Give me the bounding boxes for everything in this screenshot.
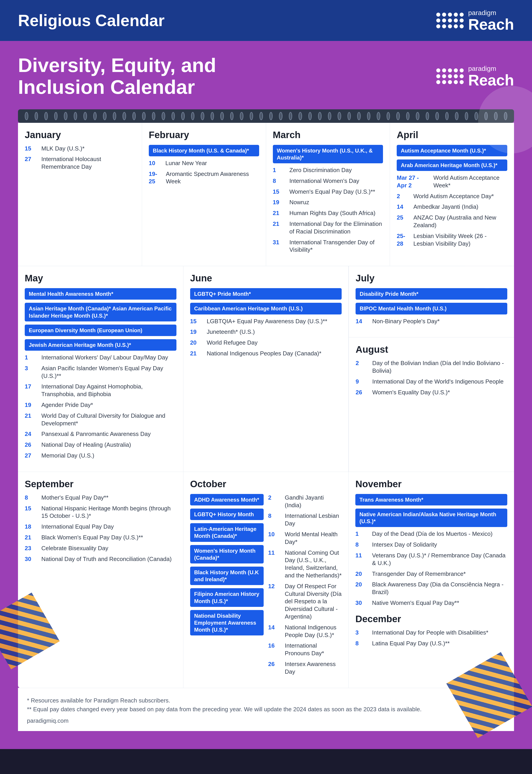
feb-event-2-text: Aromantic Spectrum Awareness Week bbox=[166, 170, 259, 185]
spiral-dot bbox=[357, 112, 361, 120]
mar-event-5-date: 21 bbox=[273, 210, 286, 217]
august-title: August bbox=[356, 344, 507, 355]
february-title: February bbox=[149, 129, 259, 140]
mar-event-4-date: 19 bbox=[273, 199, 286, 206]
dec-event-2: 8 Latina Equal Pay Day (U.S.)** bbox=[355, 640, 507, 647]
feb-event-1-text: Lunar New Year bbox=[165, 159, 207, 167]
jun-event-2-text: Juneteenth* (U.S.) bbox=[207, 328, 255, 336]
jun-event-3-date: 20 bbox=[190, 339, 204, 347]
feb-event-1: 10 Lunar New Year bbox=[149, 159, 259, 167]
dei-logo-reach: Reach bbox=[468, 72, 514, 88]
may-event-7-text: National Day of Healing (Australia) bbox=[41, 441, 131, 449]
nov-event-4-date: 20 bbox=[355, 570, 369, 578]
may-event-7-date: 26 bbox=[25, 441, 38, 449]
oct-event-3-date: 10 bbox=[268, 530, 282, 546]
spiral-bar bbox=[18, 109, 514, 123]
december-section: December 3 International Day for People … bbox=[355, 614, 507, 647]
oct-badge-1: ADHD Awareness Month* bbox=[190, 494, 264, 505]
month-june: June LGBTQ+ Pride Month* Caribbean Ameri… bbox=[183, 266, 349, 472]
jun-event-4-date: 21 bbox=[190, 350, 204, 357]
oct-content: ADHD Awareness Month* LGBTQ+ History Mon… bbox=[190, 494, 342, 679]
logo-dot bbox=[442, 24, 446, 28]
dei-logo-dots bbox=[436, 68, 464, 84]
nov-event-3-date: 11 bbox=[355, 552, 369, 567]
nov-event-6: 30 Native Women's Equal Pay Day** bbox=[355, 599, 507, 607]
oct-event-2-text: International Lesbian Day bbox=[285, 512, 342, 527]
spiral-dot bbox=[308, 112, 312, 120]
sep-event-3: 18 International Equal Pay Day bbox=[25, 523, 176, 530]
logo-dot bbox=[460, 18, 464, 22]
may-badge-4: Jewish American Heritage Month (U.S.)* bbox=[25, 339, 176, 351]
spiral-dot bbox=[474, 112, 478, 120]
feb-event-2: 19-25 Aromantic Spectrum Awareness Week bbox=[149, 170, 259, 185]
jul-event-1-date: 14 bbox=[356, 318, 369, 325]
oct-event-6-text: National Indigenous People Day (U.S.)* bbox=[285, 624, 342, 639]
header-title: Religious Calendar bbox=[18, 11, 165, 30]
logo-dot bbox=[454, 18, 458, 22]
sep-event-6: 30 National Day of Truth and Reconciliat… bbox=[25, 555, 176, 563]
may-event-8-text: Memorial Day (U.S.) bbox=[41, 452, 94, 459]
jan-event-1-date: 15 bbox=[25, 145, 38, 152]
oct-badge-5: Black History Month (U.K and Ireland)* bbox=[190, 566, 264, 585]
aug-event-2-date: 9 bbox=[356, 378, 369, 386]
december-title: December bbox=[355, 614, 507, 625]
mar-event-6-text: International Day for the Elimination of… bbox=[289, 220, 383, 236]
september-title: September bbox=[25, 479, 176, 489]
mar-event-3-text: Women's Equal Pay Day (U.S.)** bbox=[289, 188, 375, 196]
aug-event-1-text: Day of the Bolivian Indian (Día del Indi… bbox=[372, 359, 507, 375]
mar-event-3-date: 15 bbox=[273, 188, 286, 196]
may-event-6: 24 Pansexual & Panromantic Awareness Day bbox=[25, 430, 176, 438]
nov-event-6-text: Native Women's Equal Pay Day** bbox=[372, 599, 459, 607]
spiral-dot bbox=[44, 112, 48, 120]
oct-event-4-date: 11 bbox=[268, 549, 282, 579]
logo-dot bbox=[454, 24, 458, 28]
oct-badge-4: Women's History Month (Canada)* bbox=[190, 545, 264, 563]
logo-dot bbox=[442, 74, 446, 78]
may-event-5-date: 21 bbox=[25, 412, 38, 427]
mar-event-7: 31 International Transgender Day of Visi… bbox=[273, 239, 383, 254]
oct-badge-3: Latin-American Heritage Month (Canada)* bbox=[190, 523, 264, 542]
spiral-dot bbox=[387, 112, 390, 120]
mar-event-6-date: 21 bbox=[273, 220, 286, 236]
sep-event-2-date: 15 bbox=[25, 505, 38, 520]
jan-event-2-text: International Holocaust Remembrance Day bbox=[41, 155, 135, 171]
jun-event-4-text: National Indigenous Peoples Day (Canada)… bbox=[207, 350, 321, 357]
may-event-4-date: 19 bbox=[25, 401, 38, 409]
month-february: February Black History Month (U.S. & Can… bbox=[142, 123, 266, 266]
calendar-row-3: September 8 Mother's Equal Pay Day** 15 … bbox=[18, 472, 514, 688]
logo-paradigm: paradigm bbox=[468, 9, 514, 17]
sep-event-1-text: Mother's Equal Pay Day** bbox=[41, 494, 108, 502]
jan-event-1: 15 MLK Day (U.S.)* bbox=[25, 145, 135, 152]
sep-event-5: 23 Celebrate Bisexuality Day bbox=[25, 544, 176, 552]
logo-dot bbox=[436, 24, 440, 28]
may-event-6-date: 24 bbox=[25, 430, 38, 438]
oct-badge-6: Filipino American History Month (U.S.)* bbox=[190, 588, 264, 607]
dei-logo: paradigm Reach bbox=[436, 65, 514, 88]
calendar-row-2: May Mental Health Awareness Month* Asian… bbox=[18, 266, 514, 472]
jun-event-4: 21 National Indigenous Peoples Day (Cana… bbox=[190, 350, 342, 357]
logo-dot bbox=[460, 13, 464, 17]
mar-event-5-text: Human Rights Day (South Africa) bbox=[289, 210, 376, 217]
footer-note-1: * Resources available for Paradigm Reach… bbox=[27, 697, 505, 704]
page-header: Religious Calendar paradigm Reach bbox=[0, 0, 532, 41]
logo-dot bbox=[454, 74, 458, 78]
calendar-row-1: January 15 MLK Day (U.S.)* 27 Internatio… bbox=[18, 123, 514, 266]
spiral-dot bbox=[35, 112, 38, 120]
spiral-dot bbox=[396, 112, 400, 120]
spiral-dot bbox=[289, 112, 292, 120]
jun-event-1: 15 LGBTQIA+ Equal Pay Awareness Day (U.S… bbox=[190, 318, 342, 325]
may-badge-2: Asian Heritage Month (Canada)* Asian Ame… bbox=[25, 303, 176, 321]
spiral-dot bbox=[455, 112, 459, 120]
may-event-6-text: Pansexual & Panromantic Awareness Day bbox=[41, 430, 151, 438]
apr-event-1-text: World Autism Acceptance Week* bbox=[433, 174, 507, 189]
may-event-5-text: World Day of Cultural Diversity for Dial… bbox=[41, 412, 176, 427]
jun-event-3: 20 World Refugee Day bbox=[190, 339, 342, 347]
spiral-dot bbox=[259, 112, 263, 120]
sep-event-4-date: 21 bbox=[25, 534, 38, 541]
jun-badge-2: Caribbean American Heritage Month (U.S.) bbox=[190, 303, 342, 314]
apr-event-5-date: 25-28 bbox=[397, 232, 410, 248]
oct-event-3: 10 World Mental Health Day* bbox=[268, 530, 342, 546]
july-august-col: July Disability Pride Month* BIPOC Menta… bbox=[349, 266, 514, 472]
nov-event-4-text: Transgender Day of Remembrance* bbox=[372, 570, 466, 578]
june-title: June bbox=[190, 273, 342, 284]
